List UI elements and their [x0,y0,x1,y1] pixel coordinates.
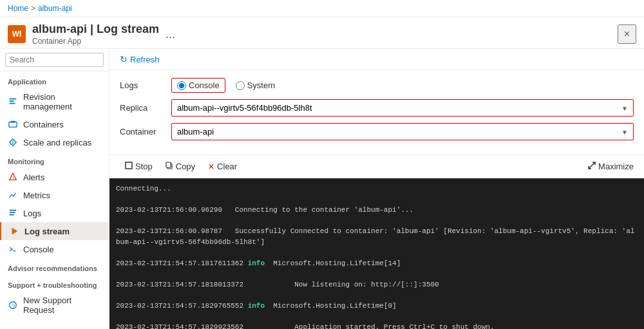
sidebar-item-label: Console [23,245,54,254]
maximize-button[interactable]: Maximize [588,162,634,171]
containers-icon [8,119,18,129]
section-label-support: Support + troubleshooting [0,275,109,292]
svg-rect-3 [9,122,17,127]
logs-label: Logs [120,80,171,90]
stop-icon [125,162,133,171]
support-icon: ? [8,300,18,310]
sidebar-item-label: Alerts [23,173,44,182]
title-ellipsis[interactable]: ... [166,28,175,41]
refresh-bar: ↻ Refresh [109,49,644,70]
section-label-advisor: Advisor recommendations [0,258,109,275]
section-label-application: Application [0,71,109,88]
sidebar-item-scale-replicas[interactable]: Scale and replicas [0,133,109,151]
page-subtitle: Container App [32,37,159,46]
system-radio[interactable] [236,81,245,90]
container-select[interactable]: album-api [172,124,633,140]
console-radio-option[interactable]: Console [171,78,225,93]
container-select-wrapper: album-api ▼ [171,123,634,140]
svg-rect-0 [10,99,17,100]
log-terminal[interactable]: Connecting... 2023-02-13T21:56:00.96290 … [109,178,644,329]
svg-text:?: ? [12,303,15,309]
copy-label: Copy [176,162,195,171]
replica-row: Replica album-api--vgirtv5-56f4bb96db-5l… [120,99,634,117]
sidebar-item-label: Logs [23,209,41,218]
svg-rect-14 [126,162,132,169]
sidebar-item-revision-management[interactable]: Revision management [0,88,109,115]
system-radio-option[interactable]: System [236,80,275,90]
log-form: Logs Console System Replica [109,70,644,155]
console-radio-label: Console [189,80,220,90]
sidebar-item-label: Scale and replicas [23,138,91,147]
logs-icon [8,208,18,218]
breadcrumb-app[interactable]: album-api [38,4,72,13]
sidebar-item-containers[interactable]: Containers [0,115,109,133]
sidebar-item-label: Containers [23,120,64,129]
svg-marker-10 [12,228,18,235]
stop-button[interactable]: Stop [120,159,158,174]
svg-rect-2 [10,103,15,104]
sidebar-item-label: Metrics [23,191,50,200]
alerts-icon: ! [8,172,18,182]
maximize-label: Maximize [598,162,634,171]
clear-label: Clear [217,162,237,171]
sidebar-item-label: Log stream [24,227,70,236]
svg-rect-8 [10,212,15,213]
page-title: album-api | Log stream [32,23,159,36]
scale-icon [8,137,18,147]
replica-select[interactable]: album-api--vgirtv5-56f4bb96db-5lh8t [172,100,633,116]
refresh-icon: ↻ [120,54,128,64]
section-label-monitoring: Monitoring [0,151,109,168]
console-radio[interactable] [177,81,186,90]
sidebar-search-container [0,49,109,71]
app-icon: WI [8,25,26,43]
sidebar-item-new-support-request[interactable]: ? New Support Request [0,292,109,319]
breadcrumb-home[interactable]: Home [8,4,28,13]
action-bar: Stop Copy ✕ Clear Maximize [109,155,644,178]
copy-icon [166,162,173,171]
clear-icon: ✕ [208,162,214,171]
refresh-label: Refresh [130,55,160,64]
log-stream-icon [9,226,19,236]
metrics-icon [8,190,18,200]
svg-rect-4 [11,121,15,123]
main-content: ↻ Refresh Logs Console [109,49,644,329]
svg-rect-9 [10,214,14,216]
title-bar: WI album-api | Log stream Container App … [0,17,644,49]
sidebar-item-console[interactable]: Console [0,240,109,258]
svg-rect-7 [10,210,17,211]
svg-rect-16 [166,162,171,167]
sidebar-item-label: Revision management [23,92,101,111]
console-icon [8,244,18,254]
clear-button[interactable]: ✕ Clear [203,159,242,174]
container-label: Container [120,127,171,136]
sidebar: Application Revision management Containe… [0,49,109,329]
refresh-button[interactable]: ↻ Refresh [120,54,160,64]
search-input[interactable] [5,53,104,67]
replica-select-wrapper: album-api--vgirtv5-56f4bb96db-5lh8t ▼ [171,99,634,117]
logs-row: Logs Console System [120,78,634,93]
close-button[interactable]: × [618,24,636,44]
breadcrumb-sep1: > [31,4,35,13]
logs-radio-group: Console System [171,78,634,93]
sidebar-item-logs[interactable]: Logs [0,204,109,222]
sidebar-item-log-stream[interactable]: Log stream [0,222,109,240]
svg-text:!: ! [12,176,14,180]
sidebar-item-label: New Support Request [23,296,101,315]
stop-label: Stop [135,162,153,171]
title-info: album-api | Log stream Container App [32,23,159,46]
sidebar-item-alerts[interactable]: ! Alerts [0,168,109,186]
copy-button[interactable]: Copy [160,159,200,174]
sidebar-item-metrics[interactable]: Metrics [0,186,109,204]
breadcrumb: Home > album-api [0,0,644,17]
revision-management-icon [8,97,18,107]
maximize-icon [588,162,596,171]
svg-rect-1 [10,100,14,102]
system-radio-label: System [247,80,275,90]
container-row: Container album-api ▼ [120,123,634,140]
replica-label: Replica [120,103,171,113]
